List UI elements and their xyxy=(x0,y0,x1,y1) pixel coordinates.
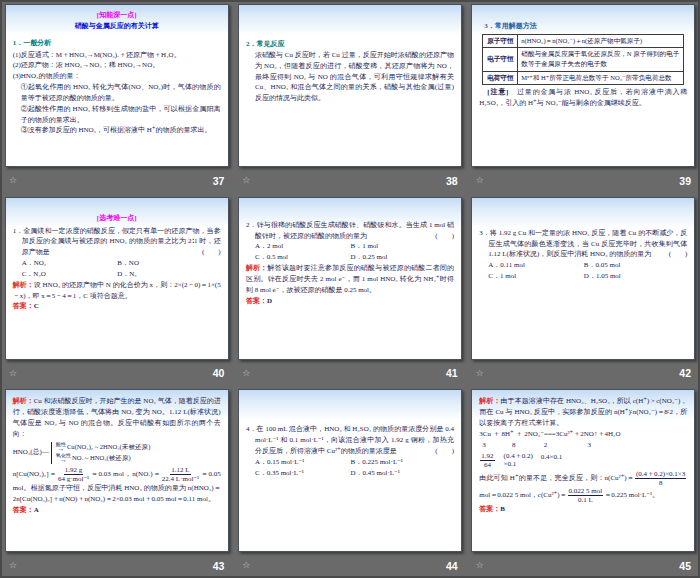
question-text: 2．锌与很稀的硝酸反应生成硝酸锌、硝酸铵和水。当生成 1 mol 硝酸锌时，被还… xyxy=(246,221,454,240)
diagram-branch: 酸性→ Cu(NO₃)₂～2HNO₃(未被还原) xyxy=(55,442,150,453)
slide-thumbnail-39[interactable]: 3．常用解题方法 原子守恒 n(HNO₃)＝n(NO₃⁻)＋n(还原产物中氮原子… xyxy=(471,4,695,167)
fraction: (0.4＋0.2)×0.1×38 xyxy=(635,470,686,487)
slide-thumbnail-43[interactable]: 解析：Cu 和浓硝酸反应时，开始产生的是 NO₂ 气体，随着反应的进行，硝酸浓度… xyxy=(5,389,229,552)
analysis: 解析：设 HNO₃ 的还原产物中 N 的化合价为 x，则：2×(2－0)＝1×(… xyxy=(13,280,221,302)
slide-thumbnail-37[interactable]: [知能深一点] 硝酸与金属反应的有关计算 1．一般分析 (1)反应通式：M＋HN… xyxy=(5,4,229,167)
body-line: (2)还原产物：浓 HNO₃→NO₂；稀 HNO₃→NO。 xyxy=(13,60,221,71)
slide-thumbnail-41[interactable]: 2．锌与很稀的硝酸反应生成硝酸锌、硝酸铵和水。当生成 1 mol 硝酸锌时，被还… xyxy=(238,197,462,360)
quantity-top: (0.4＋0.2) xyxy=(504,452,533,460)
cell-footer: ☆ 39 xyxy=(467,172,700,190)
branch-text: NOₓ～HNO₃(被还原) xyxy=(72,453,131,463)
option-b: B．1 mol xyxy=(351,241,379,252)
arrow-glyph: → xyxy=(58,446,65,453)
answer: 答案：C xyxy=(13,301,221,312)
note-label: [注意] xyxy=(487,88,517,96)
option-c: C．N₂O xyxy=(22,269,118,280)
answer: 答案：A xyxy=(13,505,221,516)
star-icon: ☆ xyxy=(9,369,17,378)
page-number: 44 xyxy=(446,560,458,572)
table-row: 电子守恒 硝酸与金属反应属于氧化还原反应，N 原子得到的电子数等于金属原子失去的… xyxy=(483,48,684,71)
answer-bracket: ( ) xyxy=(211,247,221,258)
star-icon: ☆ xyxy=(476,176,484,185)
answer-value: D xyxy=(267,297,272,305)
options-row: C．1 mol D．1.05 mol xyxy=(479,271,687,282)
note-paragraph: [注意] 过量的金属与浓 HNO₃ 反应后，若向溶液中滴入稀 H₂SO₄，引入的… xyxy=(479,87,687,109)
question-text: 3．将 1.92 g Cu 和一定量的浓 HNO₃ 反应，随着 Cu 的不断减少… xyxy=(479,229,687,259)
option-a: A．0.15 mol·L⁻¹ xyxy=(255,457,351,468)
arrow-glyph: → xyxy=(60,457,67,464)
answer-label: 答案： xyxy=(479,505,500,513)
table-value: 硝酸与金属反应属于氧化还原反应，N 原子得到的电子数等于金属原子失去的电子数 xyxy=(518,48,684,71)
option-c: C．0.5 mol xyxy=(255,252,351,263)
cell-footer: ☆ 37 xyxy=(0,172,233,190)
options-row: C．0.35 mol·L⁻¹ D．0.45 mol·L⁻¹ xyxy=(246,468,454,479)
cell-footer: ☆ 43 xyxy=(0,557,233,575)
answer-bracket: ( ) xyxy=(678,249,688,260)
option-b: B．NO xyxy=(117,258,139,269)
page-number: 41 xyxy=(446,367,458,379)
analysis-label: 解析： xyxy=(479,397,500,405)
coefficient: 3 xyxy=(588,440,592,451)
hno3-branch-diagram: HNO₃(总)— 酸性→ Cu(NO₃)₂～2HNO₃(未被还原) 氧化性→ N… xyxy=(13,442,221,464)
calc-text: n[Cu(NO₃)₂]＝ xyxy=(13,470,57,478)
slide-thumbnail-40[interactable]: [选考难一点] 1．金属镁和一定浓度的硝酸反应，假定只有单一的还原产物，当参加反… xyxy=(5,197,229,360)
options-row: A．0.15 mol·L⁻¹ B．0.225 mol·L⁻¹ xyxy=(246,457,454,468)
option-a: A．2 mol xyxy=(255,241,351,252)
slide-thumbnail-42[interactable]: 3．将 1.92 g Cu 和一定量的浓 HNO₃ 反应，随着 Cu 的不断减少… xyxy=(471,197,695,360)
fraction: 1.12 L22.4 L·mol⁻¹ xyxy=(162,466,199,483)
star-icon: ☆ xyxy=(476,369,484,378)
star-icon: ☆ xyxy=(9,176,17,185)
analysis: 解析：解答该题时要注意参加反应的硝酸与被还原的硝酸二者间的区别。锌在反应时失去 … xyxy=(246,263,454,296)
quantity-bottom: ×0.1 xyxy=(504,460,517,468)
slide-cell-38: 2．常见反应 浓硝酸与 Cu 反应时，若 Cu 过量，反应开始时浓硝酸的还原产物… xyxy=(233,0,466,193)
body-line: (3)HNO₃的物质的量： xyxy=(13,71,221,82)
options-row: A．NO₂ B．NO xyxy=(13,258,221,269)
option-a: A．NO₂ xyxy=(22,258,118,269)
analysis-label: 解析： xyxy=(246,264,268,272)
page-number: 42 xyxy=(679,367,691,379)
options-row: A．0.11 mol B．0.05 mol xyxy=(479,260,687,271)
fraction-denominator: 64 xyxy=(484,461,491,469)
fraction-denominator: 8 xyxy=(659,479,663,487)
analysis-text: Cu 和浓硝酸反应时，开始产生的是 NO₂ 气体，随着反应的进行，硝酸浓度逐渐降… xyxy=(13,397,221,438)
body-line: ①起氧化作用的 HNO₃ 转化为气体(NO、NO₂)时，气体的物质的量等于被还原… xyxy=(13,82,221,104)
calc-text: 由此可知 H⁺的量不足，完全反应，则：n(Cu²⁺)＝ xyxy=(479,474,634,482)
fraction: 1.9264 xyxy=(480,452,494,469)
slide-thumbnail-45[interactable]: 解析：由于本题溶液中存在 HNO₃、H₂SO₄，所以 c(H⁺)＞c(NO₃⁻)… xyxy=(471,389,695,552)
slide-cell-45: 解析：由于本题溶液中存在 HNO₃、H₂SO₄，所以 c(H⁺)＞c(NO₃⁻)… xyxy=(467,385,700,578)
table-row: 电荷守恒 Mⁿ⁺和 H⁺所带正电荷总数等于 NO₃⁻所带负电荷总数 xyxy=(483,71,684,84)
calculation: n[Cu(NO₃)₂]＝1.92 g64 g·mol⁻¹＝0.03 mol，n(… xyxy=(13,466,221,505)
option-d: D．0.25 mol xyxy=(351,252,388,263)
calc-text: mol＝0.022 5 mol，c(Cu²⁺)＝ xyxy=(479,491,566,499)
star-icon: ☆ xyxy=(9,561,17,570)
option-c: C．0.35 mol·L⁻¹ xyxy=(255,468,351,479)
diagram-branch: 氧化性→ NOₓ～HNO₃(被还原) xyxy=(55,453,150,464)
option-d: D．1.05 mol xyxy=(584,271,621,282)
answer-bracket: ( ) xyxy=(444,231,454,242)
answer: 答案：D xyxy=(246,296,454,307)
question: 2．锌与很稀的硝酸反应生成硝酸锌、硝酸铵和水。当生成 1 mol 硝酸锌时，被还… xyxy=(246,220,454,242)
analysis-text: 解答该题时要注意参加反应的硝酸与被还原的硝酸二者间的区别。锌在反应时失去 2 m… xyxy=(246,264,454,294)
option-b: B．0.05 mol xyxy=(584,260,621,271)
page-number: 38 xyxy=(446,175,458,187)
answer-label: 答案： xyxy=(13,506,34,514)
slide-thumbnail-44[interactable]: 4．在 100 mL 混合液中，HNO₃ 和 H₂SO₄ 的物质的量浓度分别是 … xyxy=(238,389,462,552)
coefficient: 2 xyxy=(544,440,586,451)
labeled-arrow: 酸性→ xyxy=(56,442,66,453)
answer-value: A xyxy=(34,506,39,514)
quantity-row: 1.9264 (0.4＋0.2)×0.1 0.4×0.1 xyxy=(479,452,687,469)
answer-value: C xyxy=(34,302,39,310)
fraction-denominator: 22.4 L·mol⁻¹ xyxy=(162,475,199,483)
cell-footer: ☆ 44 xyxy=(233,557,466,575)
cell-footer: ☆ 40 xyxy=(0,364,233,382)
fraction-numerator: (0.4＋0.2)×0.1×3 xyxy=(635,470,686,479)
option-b: B．0.225 mol·L⁻¹ xyxy=(351,457,403,468)
slide-thumbnail-38[interactable]: 2．常见反应 浓硝酸与 Cu 反应时，若 Cu 过量，反应开始时浓硝酸的还原产物… xyxy=(238,4,462,167)
star-icon: ☆ xyxy=(242,561,250,570)
table-row: 原子守恒 n(HNO₃)＝n(NO₃⁻)＋n(还原产物中氮原子) xyxy=(483,34,684,47)
question: 4．在 100 mL 混合液中，HNO₃ 和 H₂SO₄ 的物质的量浓度分别是 … xyxy=(246,424,454,457)
coefficient: 8 xyxy=(512,440,542,451)
answer-value: B xyxy=(500,505,505,513)
slide-grid: [知能深一点] 硝酸与金属反应的有关计算 1．一般分析 (1)反应通式：M＋HN… xyxy=(0,0,700,578)
analysis-label: 解析： xyxy=(13,281,34,289)
